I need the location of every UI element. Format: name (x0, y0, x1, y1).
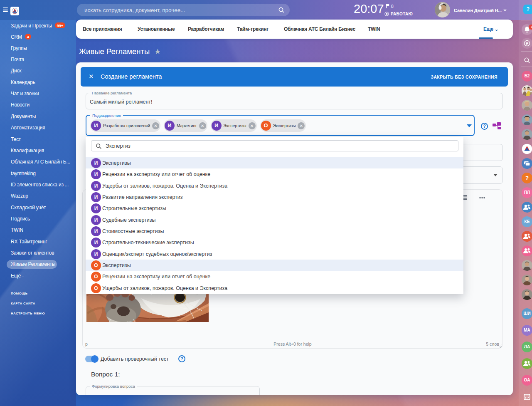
svg-text:?: ? (525, 175, 529, 181)
